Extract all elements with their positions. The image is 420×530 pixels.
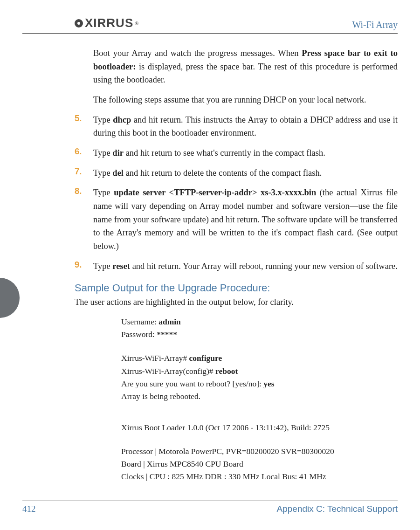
output-bold-text: admin <box>158 317 181 326</box>
sample-output-block: Username: adminPassword: *****Xirrus-WiF… <box>75 316 398 483</box>
step-text: and hit return. This instructs the Array… <box>93 115 398 138</box>
step-number: 8. <box>75 186 93 253</box>
step-text: and hit return. Your Array will reboot, … <box>130 262 398 271</box>
output-text: Are you sure you want to reboot? [yes/no… <box>121 379 263 388</box>
header-product-title: Wi-Fi Array <box>352 20 398 30</box>
step-text: and hit return to delete the contents of… <box>124 168 322 178</box>
step-number: 6. <box>75 146 93 160</box>
footer-section: Appendix C: Technical Support <box>277 504 398 514</box>
output-line: Xirrus-WiFi-Array# configure <box>121 352 398 365</box>
output-line: Array is being rebooted. <box>121 390 398 403</box>
step-bold-text: del <box>112 168 124 178</box>
output-line: Board | Xirrus MPC8540 CPU Board <box>121 458 398 470</box>
step-text: and hit return to see what's currently i… <box>124 148 325 158</box>
logo-text: XIRRUS <box>85 16 133 30</box>
step-number: 7. <box>75 166 93 180</box>
output-line: Are you sure you want to reboot? [yes/no… <box>121 378 398 390</box>
output-gap <box>121 434 398 445</box>
output-text: Clocks | CPU : 825 MHz DDR : 330 MHz Loc… <box>121 472 326 481</box>
step-number: 9. <box>75 260 93 273</box>
step-bold-text: reset <box>112 262 130 271</box>
step-body: Type dhcp and hit return. This instructs… <box>93 113 398 140</box>
step-item: 8.Type update server <TFTP-server-ip-add… <box>75 186 398 253</box>
step-item: 9.Type reset and hit return. Your Array … <box>75 260 398 273</box>
step-number: 5. <box>75 113 93 140</box>
output-bold-text: reboot <box>215 366 238 376</box>
output-text: Xirrus Boot Loader 1.0.0 (Oct 17 2006 - … <box>121 423 330 432</box>
step-body: Type del and hit return to delete the co… <box>93 166 398 180</box>
step-text: Type <box>93 188 114 197</box>
sample-output-intro: The user actions are highlighted in the … <box>75 296 398 309</box>
output-text: Array is being rebooted. <box>121 392 200 401</box>
output-text: Xirrus-WiFi-Array(config)# <box>121 366 215 376</box>
step-item: 6.Type dir and hit return to see what's … <box>75 146 398 160</box>
step-bold-text: update server <TFTP-server-ip-addr> xs-3… <box>114 188 316 197</box>
output-text: Processor | Motorola PowerPC, PVR=802000… <box>121 447 334 456</box>
page-footer: 412 Appendix C: Technical Support <box>22 501 398 514</box>
content: Boot your Array and watch the progress m… <box>22 47 398 483</box>
output-bold-text: yes <box>263 379 274 388</box>
step-item: 7.Type del and hit return to delete the … <box>75 166 398 180</box>
step-text: Type <box>93 115 113 124</box>
output-line: Username: admin <box>121 316 398 328</box>
page: XIRRUS® Wi-Fi Array Boot your Array and … <box>0 0 420 530</box>
output-text: Xirrus-WiFi-Array# <box>121 353 189 363</box>
intro-p1-a: Boot your Array and watch the progress m… <box>93 48 302 58</box>
step-body: Type update server <TFTP-server-ip-addr>… <box>93 186 398 253</box>
step-body: Type reset and hit return. Your Array wi… <box>93 260 398 273</box>
step-text: Type <box>93 262 112 271</box>
intro-paragraph-1: Boot your Array and watch the progress m… <box>75 47 398 87</box>
output-gap <box>121 341 398 352</box>
page-number: 412 <box>22 504 36 514</box>
sample-output-heading: Sample Output for the Upgrade Procedure: <box>75 282 398 294</box>
output-text: Board | Xirrus MPC8540 CPU Board <box>121 459 243 468</box>
output-line: Processor | Motorola PowerPC, PVR=802000… <box>121 445 398 458</box>
logo-icon <box>75 19 83 28</box>
output-bold-text: configure <box>189 353 222 363</box>
output-line: Xirrus-WiFi-Array(config)# reboot <box>121 365 398 378</box>
step-text: Type <box>93 148 112 158</box>
step-item: 5.Type dhcp and hit return. This instruc… <box>75 113 398 140</box>
logo: XIRRUS® <box>75 16 139 30</box>
output-gap <box>121 403 398 421</box>
step-text: (the actual Xirrus file name will vary d… <box>93 188 398 251</box>
step-bold-text: dir <box>112 148 124 158</box>
step-body: Type dir and hit return to see what's cu… <box>93 146 398 160</box>
output-text: Username: <box>121 317 158 326</box>
steps-list: 5.Type dhcp and hit return. This instruc… <box>75 113 398 273</box>
output-bold-text: ***** <box>157 330 177 339</box>
intro-paragraph-2: The following steps assume that you are … <box>75 93 398 107</box>
logo-registered: ® <box>135 21 138 26</box>
page-header: XIRRUS® Wi-Fi Array <box>22 16 398 34</box>
step-text: Type <box>93 168 112 178</box>
output-line: Xirrus Boot Loader 1.0.0 (Oct 17 2006 - … <box>121 421 398 434</box>
output-text: Password: <box>121 330 157 339</box>
output-line: Clocks | CPU : 825 MHz DDR : 330 MHz Loc… <box>121 470 398 483</box>
output-line: Password: ***** <box>121 328 398 341</box>
step-bold-text: dhcp <box>113 115 131 124</box>
intro-p1-b: is displayed, press the space bar. The r… <box>93 62 398 85</box>
